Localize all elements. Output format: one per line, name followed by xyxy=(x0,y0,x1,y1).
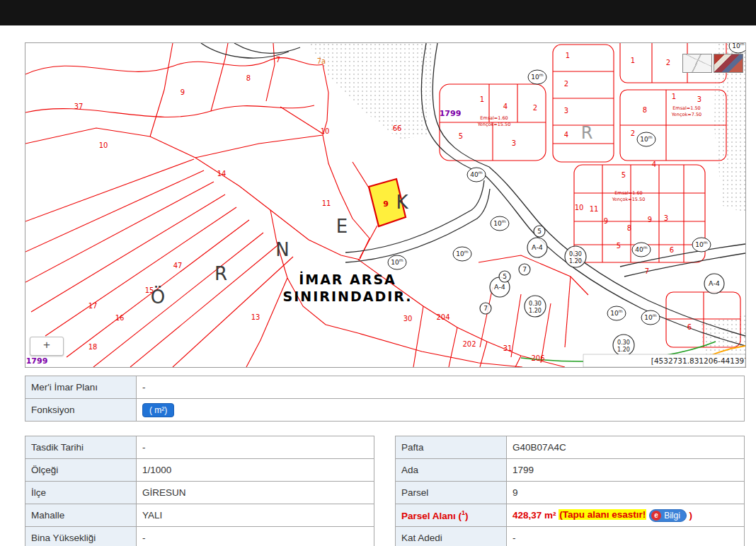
map-label: 9 xyxy=(383,199,389,209)
map-label: 18 xyxy=(88,343,98,351)
map-label: 30 xyxy=(403,315,413,323)
map-label: 3 xyxy=(512,139,516,147)
map-label: 37 xyxy=(74,103,84,110)
map-label: 5 xyxy=(622,171,626,179)
ilce-value: GİRESUN xyxy=(137,482,374,504)
map-label: K xyxy=(396,192,408,213)
satellite-thumbnail[interactable] xyxy=(714,54,743,73)
map-label: 4 xyxy=(652,161,656,168)
map-label: Emsal=1.50 xyxy=(672,105,701,111)
ada-label: Ada xyxy=(396,459,507,482)
map-label: 10 xyxy=(575,204,584,211)
map-label: 1 xyxy=(631,57,635,64)
parcel-area-value: 428,37 m² xyxy=(512,509,556,520)
map-label: E xyxy=(336,216,348,237)
fonksiyon-m2-button[interactable]: ( m²) xyxy=(142,403,174,417)
zone-circle-label: A-4 xyxy=(709,279,720,287)
parsel-alani-label-text: Parsel Alanı ( xyxy=(401,511,462,521)
table-row: Pafta G40B07A4C xyxy=(396,436,745,459)
map-label: 206 xyxy=(531,354,544,362)
table-row: İlçe GİRESUN xyxy=(25,482,374,504)
fonksiyon-label: Fonksiyon xyxy=(25,399,137,422)
map-label: 3 xyxy=(564,107,568,115)
bina-yuksekligi-value: - xyxy=(137,527,374,546)
table-row: Fonksiyon ( m²) xyxy=(25,399,745,422)
map-label: 3 xyxy=(697,95,701,103)
parcel-map[interactable]: 10m10m40m10m10m10m40m10m10m10m10mA-4A-4A… xyxy=(25,42,746,368)
meri-imar-plani-label: Mer'i İmar Planı xyxy=(25,376,137,399)
table-row: Kat Adedi - xyxy=(396,527,745,546)
overview-switcher xyxy=(682,54,743,73)
map-label: 16 xyxy=(115,314,125,322)
map-canvas[interactable]: 10m10m40m10m10m10m40m10m10m10m10mA-4A-4A… xyxy=(25,43,745,367)
map-label: 3 xyxy=(664,214,668,222)
plan-detail-table: Tasdik Tarihi - Ölçeği 1/1000 İlçe GİRES… xyxy=(25,436,374,527)
warning-close-paren: ) xyxy=(689,509,693,520)
map-label: 2 xyxy=(564,80,568,88)
map-label: Yençok=7.50 xyxy=(671,112,701,117)
bilgi-button[interactable]: eBilgi xyxy=(649,509,687,522)
ilce-label: İlçe xyxy=(25,482,137,504)
edevlet-icon: e xyxy=(651,511,661,521)
parsel-label: Parsel xyxy=(396,482,507,504)
parsel-alani-label: Parsel Alanı (1) xyxy=(396,504,507,527)
map-label: İMAR ARSA xyxy=(299,271,396,287)
map-label: 13 xyxy=(251,313,260,321)
map-label: 5 xyxy=(617,242,621,250)
browser-top-bar xyxy=(0,0,756,25)
map-label: 9 xyxy=(648,216,652,223)
map-label: Yençok=15.50 xyxy=(477,122,511,127)
map-label: 10 xyxy=(321,127,330,135)
map-label: 47 xyxy=(173,262,183,269)
zoom-in-button[interactable]: + xyxy=(30,337,64,356)
table-row: Bina Yüksekliği - xyxy=(25,527,374,546)
map-label: 7 xyxy=(276,56,280,64)
zone-circle-label: A-4 xyxy=(532,243,543,251)
map-label: 204 xyxy=(436,313,449,321)
map-label: 1 xyxy=(566,52,570,59)
map-label: [4532731.831206-441397.452104] Netcad 20… xyxy=(651,356,745,365)
map-label: 8 xyxy=(246,74,251,82)
map-label: 8 xyxy=(643,106,647,114)
map-label: 14 xyxy=(217,170,227,178)
map-label: 31 xyxy=(503,344,512,352)
map-label: 1799 xyxy=(26,356,48,366)
floor-count-table: Kat Adedi - xyxy=(395,526,745,546)
olcegi-value: 1/1000 xyxy=(137,459,374,482)
map-label: 7a xyxy=(317,57,326,65)
urban-block-lines xyxy=(440,43,740,347)
map-label: Emsal=1.60 xyxy=(480,115,508,121)
olcegi-label: Ölçeği xyxy=(25,459,137,482)
meri-imar-plani-value: - xyxy=(137,376,745,399)
table-row: Ölçeği 1/1000 xyxy=(25,459,374,482)
ratio-top-label: 0.30 xyxy=(617,339,630,346)
map-label: 2 xyxy=(666,59,670,66)
table-row: Tasdik Tarihi - xyxy=(25,436,374,459)
map-label: 6 xyxy=(670,246,674,254)
bina-yuksekligi-label: Bina Yüksekliği xyxy=(25,527,137,546)
map-label: Emsal=1.60 xyxy=(614,190,643,196)
table-row: Parsel 9 xyxy=(396,482,745,504)
number-circle-label: 5 xyxy=(503,273,507,280)
overview-map-thumbnail[interactable] xyxy=(682,54,712,73)
map-label: 4 xyxy=(564,131,568,139)
number-circle-label: 7 xyxy=(483,305,488,312)
pafta-label: Pafta xyxy=(396,436,507,459)
parsel-value: 9 xyxy=(507,482,745,504)
table-row: Mahalle YALI xyxy=(25,504,374,527)
rural-parcel-lines xyxy=(25,43,588,367)
map-label: 7 xyxy=(645,267,649,275)
parcel-detail-table: Pafta G40B07A4C Ada 1799 Parsel 9 Parsel… xyxy=(395,436,745,527)
parsel-alani-value: 428,37 m² (Tapu alanı esastır! eBilgi ) xyxy=(507,504,745,527)
map-label: 9 xyxy=(181,88,185,96)
table-row: Ada 1799 xyxy=(396,459,745,482)
map-label: 1799 xyxy=(440,109,462,118)
parsel-alani-label-close: ) xyxy=(465,511,469,521)
table-row: Mer'i İmar Planı - xyxy=(25,376,745,399)
map-label: 17 xyxy=(88,302,98,310)
ratio-top-label: 0.30 xyxy=(569,251,582,257)
ratio-bottom-label: 1.20 xyxy=(617,347,630,353)
ratio-top-label: 0.30 xyxy=(529,301,542,307)
mahalle-label: Mahalle xyxy=(25,504,137,527)
tapu-warning-text: (Tapu alanı esastır! xyxy=(559,509,646,520)
